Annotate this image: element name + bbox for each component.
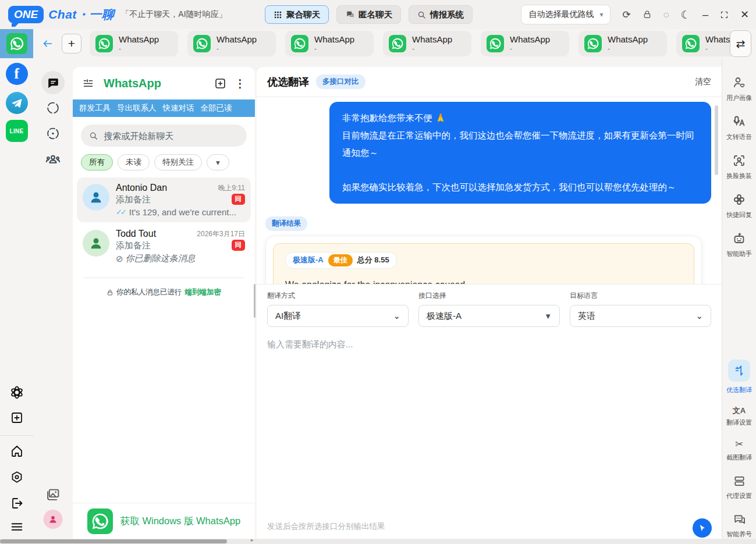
dark-mode-moon-icon[interactable]: ☾ xyxy=(681,9,691,20)
tool-ai-assistant[interactable]: 智能助手 xyxy=(726,232,752,258)
collapse-sidebar-icon[interactable] xyxy=(41,37,54,50)
tool-quick-reply[interactable]: 快捷回复 xyxy=(726,193,752,219)
minimize-button[interactable]: – xyxy=(702,9,708,21)
nav-label: 匿名聊天 xyxy=(359,9,392,20)
tool-label: 截图翻译 xyxy=(726,453,752,462)
settings-icon[interactable] xyxy=(10,470,24,484)
content-scrollbar-thumb[interactable] xyxy=(715,105,718,175)
channels-icon[interactable] xyxy=(46,126,61,141)
line-app-icon[interactable]: LINE xyxy=(6,120,28,142)
close-button[interactable]: ✕ xyxy=(740,8,749,21)
logout-icon[interactable] xyxy=(10,496,24,510)
chat-preview: 你已删除这条消息 xyxy=(126,253,196,264)
multi-api-compare-badge[interactable]: 多接口对比 xyxy=(316,74,365,89)
filter-more-dropdown[interactable]: ▾ xyxy=(207,154,229,170)
chats-nav-active[interactable] xyxy=(41,71,65,94)
profile-avatar[interactable] xyxy=(44,510,63,529)
encryption-link[interactable]: 端到端加密 xyxy=(185,287,222,297)
api-select[interactable]: 极速版-A ▼ xyxy=(418,305,560,327)
tool-preferred-translate[interactable]: 优选翻译 xyxy=(726,360,752,394)
logo-one-badge: ONE xyxy=(8,6,44,23)
horizontal-scrollbar-thumb[interactable] xyxy=(0,539,227,543)
new-chat-icon[interactable] xyxy=(214,77,226,90)
whatsapp-icon[interactable] xyxy=(87,509,113,534)
whatsapp-tab[interactable]: WhatsApp- xyxy=(383,31,471,56)
message-line: 目前物流是在正常运输中的，我们这边也会帮您催一下物流进度，如果有更新会第一时间通… xyxy=(342,127,698,162)
whatsapp-panel-scrollbar[interactable] xyxy=(254,284,255,318)
filter-favorites[interactable]: 特别关注 xyxy=(154,154,202,170)
chat-filter-lines-icon[interactable] xyxy=(82,77,94,90)
whatsapp-tab[interactable]: WhatsApp- xyxy=(676,31,732,56)
tool-face-swap[interactable]: 换脸换装 xyxy=(726,154,752,180)
chatgpt-app-icon[interactable] xyxy=(9,385,24,400)
tab-title: WhatsApp xyxy=(510,34,550,45)
tool-screenshot-translate[interactable]: ✂ 截图翻译 xyxy=(726,439,752,462)
reorder-tabs-button[interactable]: ⇄ xyxy=(730,30,751,57)
tool-account-nurture[interactable]: 智能养号 xyxy=(726,513,752,539)
telegram-app-icon[interactable] xyxy=(6,92,28,114)
app-logo: ONE Chat・一聊 「不止于聊天，AI随时响应」 xyxy=(8,6,227,23)
translate-title: 优选翻译 xyxy=(267,75,309,89)
more-options-icon[interactable]: ⋮ xyxy=(235,77,246,90)
tab-title: WhatsApp xyxy=(216,34,257,45)
add-tab-button[interactable]: + xyxy=(62,34,81,54)
maximize-button[interactable] xyxy=(720,10,729,19)
tab-subtitle: - xyxy=(510,45,550,53)
title-bar: ONE Chat・一聊 「不止于聊天，AI随时响应」 聚合聊天 匿名聊天 情报系… xyxy=(0,0,756,29)
nav-aggregate-chat-button[interactable]: 聚合聊天 xyxy=(265,5,329,24)
status-icon[interactable] xyxy=(46,101,61,115)
menu-icon[interactable] xyxy=(9,520,24,534)
mark-all-read-tool[interactable]: 全部已读 xyxy=(201,103,232,113)
route-select-dropdown[interactable]: 自动选择最优路线 ▾ xyxy=(521,5,611,24)
active-app-tile-whatsapp[interactable] xyxy=(0,29,33,58)
lock-icon[interactable] xyxy=(643,10,652,19)
tool-proxy-settings[interactable]: 代理设置 xyxy=(726,474,752,500)
export-contacts-tool[interactable]: 导出联系人 xyxy=(117,103,157,113)
send-fab-button[interactable] xyxy=(693,518,712,538)
encryption-note: 你的私人消息已进行端到端加密 xyxy=(73,287,255,297)
facebook-app-icon[interactable]: f xyxy=(6,63,28,85)
translate-input-area[interactable] xyxy=(257,332,722,521)
whatsapp-icon xyxy=(95,35,113,52)
tool-translate-settings[interactable]: 文A 翻译设置 xyxy=(726,407,752,427)
sync-badge: 同 xyxy=(232,240,246,251)
media-gallery-icon[interactable] xyxy=(46,488,61,502)
home-icon[interactable] xyxy=(10,444,24,458)
translate-input[interactable] xyxy=(267,339,711,349)
tool-text-to-speech[interactable]: 文转语音 xyxy=(726,115,752,141)
quick-chat-tool[interactable]: 快速对话 xyxy=(163,103,194,113)
refresh-icon[interactable]: ⟳ xyxy=(622,10,630,20)
nav-anonymous-chat-button[interactable]: 匿名聊天 xyxy=(336,5,401,24)
tool-user-profile[interactable]: 用户画像 xyxy=(726,76,752,102)
filter-all[interactable]: 所有 xyxy=(81,154,113,170)
whatsapp-tab[interactable]: WhatsApp- xyxy=(90,31,178,56)
sync-badge: 同 xyxy=(232,194,246,205)
whatsapp-tab[interactable]: WhatsApp- xyxy=(578,31,667,56)
horizontal-scrollbar[interactable]: ▸ xyxy=(0,539,756,544)
get-windows-app-link[interactable]: 获取 Windows 版 WhatsApp xyxy=(120,515,240,528)
chat-list-item[interactable]: Todd Tout 2026年3月17日 添加备注 同 ⊘ 你已删除这条消息 xyxy=(77,223,251,269)
target-language-label: 目标语言 xyxy=(570,291,711,301)
tool-label: 换脸换装 xyxy=(726,172,752,180)
search-input[interactable] xyxy=(104,131,239,141)
search-bar[interactable] xyxy=(81,125,247,147)
translate-form: 翻译方式 AI翻译 ⌄ 接口选择 极速版-A ▼ 目标语言 英语 ⌄ xyxy=(257,284,722,332)
translated-paragraph: We apologize for the inconvenience cause… xyxy=(285,277,682,284)
target-language-select[interactable]: 英语 ⌄ xyxy=(570,305,711,327)
filter-unread[interactable]: 未读 xyxy=(118,154,150,170)
loading-circle-icon[interactable]: ◌ xyxy=(663,10,669,20)
tab-title: WhatsApp xyxy=(314,34,354,45)
whatsapp-tab[interactable]: WhatsApp- xyxy=(285,31,374,56)
method-select[interactable]: AI翻译 ⌄ xyxy=(267,305,409,327)
scrollbar-right-arrow[interactable]: ▸ xyxy=(251,537,254,543)
chat-name: Todd Tout xyxy=(116,229,156,239)
add-app-icon[interactable] xyxy=(10,411,24,425)
whatsapp-tab[interactable]: WhatsApp- xyxy=(187,31,276,56)
chat-list-item[interactable]: Antonio Dan 晚上9:11 添加备注 同 ✓✓ It's 129, a… xyxy=(77,177,251,222)
clear-button[interactable]: 清空 xyxy=(695,77,711,87)
communities-icon[interactable] xyxy=(45,151,61,167)
whatsapp-tab[interactable]: WhatsApp- xyxy=(481,31,569,56)
nav-intel-system-button[interactable]: 情报系统 xyxy=(409,5,473,24)
bulk-send-tool[interactable]: 群发工具 xyxy=(79,103,111,113)
tool-label: 优选翻译 xyxy=(726,386,752,394)
